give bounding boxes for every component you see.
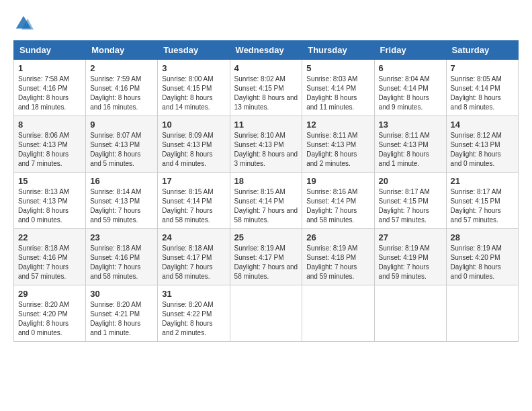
day-number: 14 [451, 120, 514, 130]
calendar-cell [374, 285, 446, 342]
day-header-thursday: Thursday [302, 41, 374, 60]
day-number: 7 [451, 63, 514, 73]
calendar-header-row: SundayMondayTuesdayWednesdayThursdayFrid… [14, 41, 519, 60]
day-info: Sunrise: 8:03 AM Sunset: 4:14 PM Dayligh… [306, 75, 369, 112]
calendar-cell [302, 285, 374, 342]
calendar-cell: 12 Sunrise: 8:11 AM Sunset: 4:13 PM Dayl… [302, 116, 374, 173]
calendar-cell [446, 285, 518, 342]
day-info: Sunrise: 8:07 AM Sunset: 4:13 PM Dayligh… [90, 131, 153, 169]
calendar-cell: 29 Sunrise: 8:20 AM Sunset: 4:20 PM Dayl… [14, 285, 86, 342]
day-number: 3 [162, 63, 225, 73]
day-info: Sunrise: 8:20 AM Sunset: 4:21 PM Dayligh… [90, 300, 153, 338]
day-info: Sunrise: 8:13 AM Sunset: 4:13 PM Dayligh… [18, 187, 81, 225]
day-info: Sunrise: 8:04 AM Sunset: 4:14 PM Dayligh… [379, 75, 442, 112]
day-number: 29 [18, 289, 81, 299]
day-info: Sunrise: 7:58 AM Sunset: 4:16 PM Dayligh… [18, 75, 81, 112]
day-info: Sunrise: 8:06 AM Sunset: 4:13 PM Dayligh… [18, 131, 81, 169]
day-header-tuesday: Tuesday [158, 41, 230, 60]
day-number: 30 [90, 289, 153, 299]
calendar-cell: 15 Sunrise: 8:13 AM Sunset: 4:13 PM Dayl… [14, 173, 86, 229]
day-number: 27 [379, 232, 442, 242]
day-number: 23 [90, 232, 153, 242]
day-number: 21 [451, 176, 514, 186]
calendar-cell: 5 Sunrise: 8:03 AM Sunset: 4:14 PM Dayli… [302, 60, 374, 116]
calendar-cell: 30 Sunrise: 8:20 AM Sunset: 4:21 PM Dayl… [86, 285, 158, 342]
calendar-table: SundayMondayTuesdayWednesdayThursdayFrid… [13, 40, 519, 342]
day-number: 31 [162, 289, 225, 299]
day-number: 24 [162, 232, 225, 242]
calendar-cell [230, 285, 302, 342]
day-number: 1 [18, 63, 81, 73]
day-number: 22 [18, 232, 81, 242]
calendar-week-row: 8 Sunrise: 8:06 AM Sunset: 4:13 PM Dayli… [14, 116, 519, 173]
calendar-week-row: 22 Sunrise: 8:18 AM Sunset: 4:16 PM Dayl… [14, 229, 519, 285]
day-number: 11 [234, 120, 298, 130]
day-number: 15 [18, 176, 81, 186]
calendar-cell: 31 Sunrise: 8:20 AM Sunset: 4:22 PM Dayl… [158, 285, 230, 342]
calendar-cell: 19 Sunrise: 8:16 AM Sunset: 4:14 PM Dayl… [302, 173, 374, 229]
day-info: Sunrise: 8:17 AM Sunset: 4:15 PM Dayligh… [379, 187, 442, 225]
calendar-cell: 7 Sunrise: 8:05 AM Sunset: 4:14 PM Dayli… [446, 60, 518, 116]
day-number: 8 [18, 120, 81, 130]
calendar-cell: 18 Sunrise: 8:15 AM Sunset: 4:14 PM Dayl… [230, 173, 302, 229]
day-number: 18 [234, 176, 298, 186]
day-info: Sunrise: 8:11 AM Sunset: 4:13 PM Dayligh… [379, 131, 442, 169]
day-info: Sunrise: 8:10 AM Sunset: 4:13 PM Dayligh… [234, 131, 298, 169]
day-info: Sunrise: 8:20 AM Sunset: 4:20 PM Dayligh… [18, 300, 81, 338]
day-header-friday: Friday [374, 41, 446, 60]
day-header-saturday: Saturday [446, 41, 518, 60]
day-info: Sunrise: 8:18 AM Sunset: 4:17 PM Dayligh… [162, 244, 225, 281]
calendar-cell: 13 Sunrise: 8:11 AM Sunset: 4:13 PM Dayl… [374, 116, 446, 173]
day-number: 6 [379, 63, 442, 73]
calendar-cell: 1 Sunrise: 7:58 AM Sunset: 4:16 PM Dayli… [14, 60, 86, 116]
day-info: Sunrise: 8:11 AM Sunset: 4:13 PM Dayligh… [306, 131, 369, 169]
day-info: Sunrise: 8:19 AM Sunset: 4:18 PM Dayligh… [306, 244, 369, 281]
day-number: 20 [379, 176, 442, 186]
calendar-cell: 14 Sunrise: 8:12 AM Sunset: 4:13 PM Dayl… [446, 116, 518, 173]
day-info: Sunrise: 7:59 AM Sunset: 4:16 PM Dayligh… [90, 75, 153, 112]
day-info: Sunrise: 8:19 AM Sunset: 4:20 PM Dayligh… [451, 244, 514, 281]
day-number: 16 [90, 176, 153, 186]
calendar-cell: 28 Sunrise: 8:19 AM Sunset: 4:20 PM Dayl… [446, 229, 518, 285]
calendar-cell: 23 Sunrise: 8:18 AM Sunset: 4:16 PM Dayl… [86, 229, 158, 285]
day-info: Sunrise: 8:00 AM Sunset: 4:15 PM Dayligh… [162, 75, 225, 112]
day-number: 12 [306, 120, 369, 130]
calendar-cell: 20 Sunrise: 8:17 AM Sunset: 4:15 PM Dayl… [374, 173, 446, 229]
day-number: 25 [234, 232, 298, 242]
calendar-cell: 21 Sunrise: 8:17 AM Sunset: 4:15 PM Dayl… [446, 173, 518, 229]
day-info: Sunrise: 8:15 AM Sunset: 4:14 PM Dayligh… [162, 187, 225, 225]
calendar-cell: 24 Sunrise: 8:18 AM Sunset: 4:17 PM Dayl… [158, 229, 230, 285]
calendar-week-row: 1 Sunrise: 7:58 AM Sunset: 4:16 PM Dayli… [14, 60, 519, 116]
day-header-sunday: Sunday [14, 41, 86, 60]
day-info: Sunrise: 8:05 AM Sunset: 4:14 PM Dayligh… [451, 75, 514, 112]
day-header-monday: Monday [86, 41, 158, 60]
day-info: Sunrise: 8:18 AM Sunset: 4:16 PM Dayligh… [90, 244, 153, 281]
day-number: 26 [306, 232, 369, 242]
day-number: 5 [306, 63, 369, 73]
calendar-cell: 2 Sunrise: 7:59 AM Sunset: 4:16 PM Dayli… [86, 60, 158, 116]
day-info: Sunrise: 8:02 AM Sunset: 4:15 PM Dayligh… [234, 75, 298, 112]
calendar-cell: 4 Sunrise: 8:02 AM Sunset: 4:15 PM Dayli… [230, 60, 302, 116]
day-info: Sunrise: 8:17 AM Sunset: 4:15 PM Dayligh… [451, 187, 514, 225]
day-number: 19 [306, 176, 369, 186]
calendar-week-row: 29 Sunrise: 8:20 AM Sunset: 4:20 PM Dayl… [14, 285, 519, 342]
day-info: Sunrise: 8:16 AM Sunset: 4:14 PM Dayligh… [306, 187, 369, 225]
page-header [13, 13, 519, 34]
calendar-cell: 17 Sunrise: 8:15 AM Sunset: 4:14 PM Dayl… [158, 173, 230, 229]
day-number: 9 [90, 120, 153, 130]
calendar-cell: 8 Sunrise: 8:06 AM Sunset: 4:13 PM Dayli… [14, 116, 86, 173]
day-info: Sunrise: 8:19 AM Sunset: 4:17 PM Dayligh… [234, 244, 298, 281]
calendar-cell: 9 Sunrise: 8:07 AM Sunset: 4:13 PM Dayli… [86, 116, 158, 173]
day-info: Sunrise: 8:15 AM Sunset: 4:14 PM Dayligh… [234, 187, 298, 225]
day-info: Sunrise: 8:18 AM Sunset: 4:16 PM Dayligh… [18, 244, 81, 281]
day-number: 28 [451, 232, 514, 242]
calendar-week-row: 15 Sunrise: 8:13 AM Sunset: 4:13 PM Dayl… [14, 173, 519, 229]
day-number: 10 [162, 120, 225, 130]
calendar-cell: 6 Sunrise: 8:04 AM Sunset: 4:14 PM Dayli… [374, 60, 446, 116]
calendar-cell: 25 Sunrise: 8:19 AM Sunset: 4:17 PM Dayl… [230, 229, 302, 285]
day-number: 17 [162, 176, 225, 186]
day-info: Sunrise: 8:14 AM Sunset: 4:13 PM Dayligh… [90, 187, 153, 225]
logo [13, 13, 36, 34]
calendar-cell: 11 Sunrise: 8:10 AM Sunset: 4:13 PM Dayl… [230, 116, 302, 173]
day-info: Sunrise: 8:20 AM Sunset: 4:22 PM Dayligh… [162, 300, 225, 338]
